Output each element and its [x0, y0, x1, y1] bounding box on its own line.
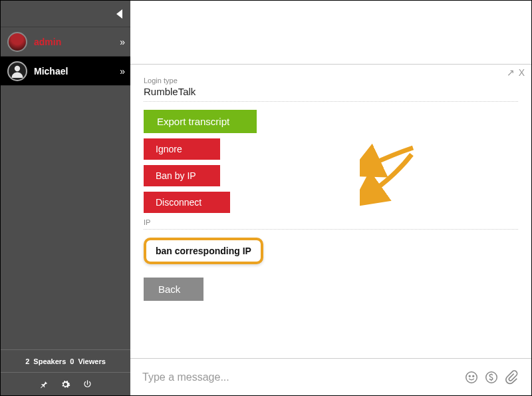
- expand-icon[interactable]: ↗: [507, 67, 515, 78]
- attachment-icon[interactable]: [503, 369, 519, 385]
- sidebar: admin » Michael » 2 Speakers 0 Viewers: [1, 1, 130, 395]
- chevron-right-icon: »: [120, 37, 124, 47]
- power-icon[interactable]: [82, 379, 92, 389]
- speakers-label: Speakers: [33, 357, 66, 365]
- viewers-count: 0: [70, 357, 74, 365]
- user-name-label: Michael: [34, 66, 120, 77]
- user-options-panel: ↗ X Login type RumbleTalk Export transcr…: [130, 65, 531, 359]
- participant-counts: 2 Speakers 0 Viewers: [1, 350, 130, 373]
- svg-point-0: [15, 65, 20, 71]
- annotation-ban-ip: ban corresponding IP: [144, 238, 263, 264]
- user-name-label: admin: [34, 37, 120, 47]
- login-type-label: Login type: [144, 77, 518, 85]
- tip-icon[interactable]: [483, 369, 499, 385]
- speakers-count: 2: [25, 357, 29, 365]
- divider: [144, 229, 518, 230]
- ban-by-ip-button[interactable]: Ban by IP: [144, 165, 220, 186]
- disconnect-button[interactable]: Disconnect: [144, 192, 230, 213]
- viewers-label: Viewers: [78, 357, 105, 365]
- close-icon[interactable]: X: [519, 67, 525, 78]
- annotation-arrows-icon: [360, 131, 440, 211]
- ip-label: IP: [144, 218, 518, 226]
- sidebar-user-michael[interactable]: Michael »: [1, 57, 130, 86]
- main: ↗ X Login type RumbleTalk Export transcr…: [130, 1, 531, 395]
- svg-point-2: [469, 375, 470, 377]
- pin-icon[interactable]: [39, 379, 49, 389]
- export-transcript-button[interactable]: Export transcript: [144, 110, 257, 133]
- chat-header: [130, 1, 531, 65]
- sidebar-spacer: [1, 86, 130, 349]
- login-type-value: RumbleTalk: [144, 86, 518, 97]
- message-input[interactable]: [142, 371, 460, 383]
- sidebar-collapse[interactable]: [1, 1, 130, 27]
- sidebar-footer: 2 Speakers 0 Viewers: [1, 349, 130, 395]
- app-root: admin » Michael » 2 Speakers 0 Viewers: [0, 0, 532, 396]
- sidebar-controls: [1, 373, 130, 395]
- emoji-icon[interactable]: [464, 369, 479, 385]
- back-button[interactable]: Back: [144, 278, 203, 301]
- panel-window-controls: ↗ X: [507, 67, 525, 78]
- avatar: [7, 32, 27, 52]
- sidebar-user-admin[interactable]: admin »: [1, 27, 130, 57]
- chevron-right-icon: »: [120, 66, 124, 77]
- gear-icon[interactable]: [61, 379, 70, 389]
- ignore-button[interactable]: Ignore: [144, 138, 220, 160]
- message-bar: [130, 359, 531, 395]
- svg-point-1: [466, 371, 477, 383]
- divider: [144, 101, 518, 102]
- avatar: [7, 61, 27, 81]
- svg-point-3: [473, 375, 474, 377]
- collapse-left-icon: [116, 9, 122, 19]
